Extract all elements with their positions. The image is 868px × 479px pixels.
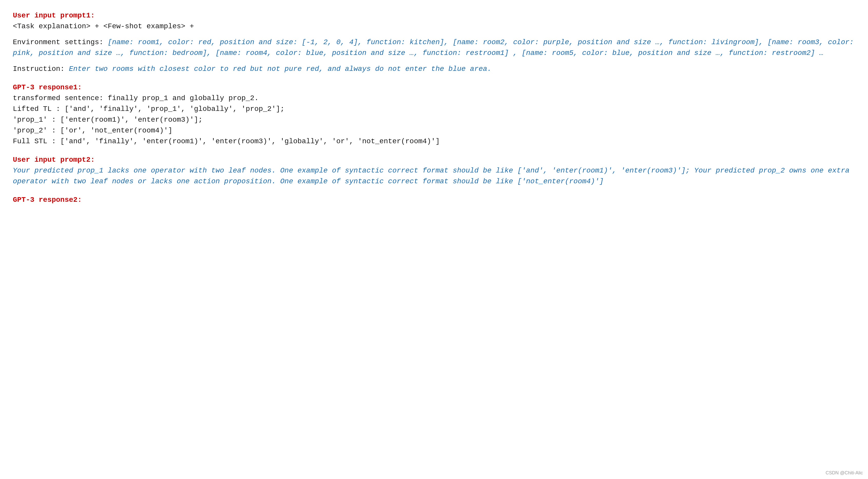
instruction-section: Instruction: Enter two rooms with closes… xyxy=(13,64,855,74)
user-input-prompt1-sub: <Task explanation> + <Few-shot examples>… xyxy=(13,21,855,32)
environment-settings-section: Environment settings: [name: room1, colo… xyxy=(13,37,855,59)
user-input-prompt2-heading: User input prompt2: xyxy=(13,154,855,165)
gpt3-response1-line3: 'prop_1' : ['enter(room1)', 'enter(room3… xyxy=(13,115,855,125)
instruction-text: Instruction: Enter two rooms with closes… xyxy=(13,64,855,74)
gpt3-response2-heading: GPT-3 response2: xyxy=(13,194,855,205)
gpt3-response1-line5: Full STL : ['and', 'finally', 'enter(roo… xyxy=(13,136,855,147)
instruction-label: Instruction: xyxy=(13,65,69,73)
environment-settings-text: Environment settings: [name: room1, colo… xyxy=(13,37,855,59)
user-input-prompt1-heading: User input prompt1: xyxy=(13,10,855,21)
environment-label: Environment settings: xyxy=(13,38,108,46)
instruction-value: Enter two rooms with closest color to re… xyxy=(69,65,492,73)
gpt3-response1-section: GPT-3 response1: transformed sentence: f… xyxy=(13,82,855,147)
gpt3-response1-line2: Lifted TL : ['and', 'finally', 'prop_1',… xyxy=(13,104,855,115)
user-input-prompt1-section: User input prompt1: <Task explanation> +… xyxy=(13,10,855,32)
environment-value: [name: room1, color: red, position and s… xyxy=(13,38,854,57)
gpt3-response2-section: GPT-3 response2: xyxy=(13,194,855,205)
gpt3-response1-heading: GPT-3 response1: xyxy=(13,82,855,93)
gpt3-response1-line4: 'prop_2' : ['or', 'not_enter(room4)'] xyxy=(13,125,855,136)
gpt3-response1-line1: transformed sentence: finally prop_1 and… xyxy=(13,93,855,104)
user-input-prompt2-value: Your predicted prop_1 lacks one operator… xyxy=(13,165,855,187)
user-input-prompt2-section: User input prompt2: Your predicted prop_… xyxy=(13,154,855,187)
